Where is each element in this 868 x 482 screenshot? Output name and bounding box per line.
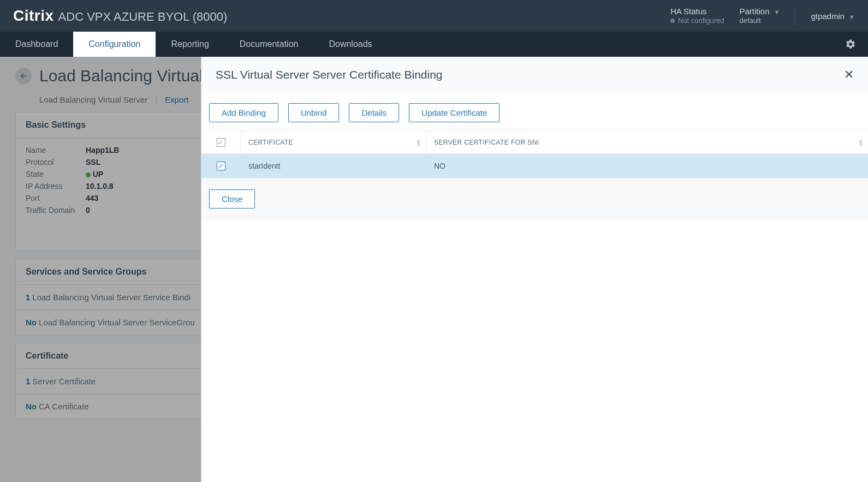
cell-sni: NO (426, 154, 868, 178)
certificate-table: ✓ CERTIFICATE ▲▼ SERVER CERTIFICATE FOR … (201, 131, 868, 178)
chevron-down-icon: ▼ (774, 9, 780, 16)
partition-selector[interactable]: Partition default ▼ (739, 7, 780, 25)
field-value: Happ1LB (86, 146, 119, 154)
field-value: 0 (86, 206, 90, 215)
gear-icon[interactable] (833, 32, 868, 57)
link-text: Load Balancing Virtual Server ServiceGro… (39, 318, 195, 327)
count: 1 (26, 293, 30, 302)
slideover-toolbar: Add Binding Unbind Details Update Certif… (201, 93, 868, 131)
table-row[interactable]: ✓ starIdentt NO (201, 154, 868, 178)
field-label: IP Address (26, 182, 86, 191)
sort-icon: ▲▼ (416, 139, 421, 146)
field-label: Name (26, 146, 86, 154)
row-checkbox[interactable]: ✓ (217, 162, 225, 170)
row-checkbox-cell: ✓ (201, 154, 241, 178)
select-all-checkbox[interactable]: ✓ (217, 138, 225, 147)
export-link[interactable]: Export (165, 95, 188, 104)
column-label: CERTIFICATE (248, 139, 293, 146)
field-label: Protocol (26, 158, 86, 166)
page-title: Load Balancing Virtual (39, 67, 203, 85)
field-label: Traffic Domain (26, 206, 86, 215)
tab-configuration[interactable]: Configuration (73, 32, 156, 57)
partition-label: Partition (739, 7, 769, 16)
user-name: gtpadmin (811, 11, 845, 21)
top-header: Citrix ADC VPX AZURE BYOL (8000) HA Stat… (0, 0, 868, 32)
details-button[interactable]: Details (349, 103, 399, 122)
slideover-title: SSL Virtual Server Server Certificate Bi… (216, 68, 443, 81)
table-header: ✓ CERTIFICATE ▲▼ SERVER CERTIFICATE FOR … (201, 131, 868, 154)
tab-reporting[interactable]: Reporting (156, 32, 224, 57)
field-value: UP (86, 170, 103, 178)
separator: | (155, 95, 157, 104)
state-text: UP (93, 170, 103, 178)
tab-documentation[interactable]: Documentation (224, 32, 314, 57)
header-right: HA Status Not configured Partition defau… (670, 6, 855, 26)
user-menu[interactable]: gtpadmin ▼ (811, 11, 855, 21)
chevron-down-icon: ▼ (849, 14, 855, 20)
close-button[interactable]: Close (209, 189, 255, 209)
column-certificate[interactable]: CERTIFICATE ▲▼ (241, 132, 426, 153)
field-value: 10.1.0.8 (86, 182, 114, 191)
brand-suffix: ADC VPX AZURE BYOL (8000) (58, 10, 228, 24)
field-label: Port (26, 194, 86, 203)
update-certificate-button[interactable]: Update Certificate (409, 103, 500, 122)
partition-value: default (739, 16, 769, 25)
back-button[interactable] (15, 68, 32, 84)
count: No (26, 318, 37, 327)
slideover-header: SSL Virtual Server Server Certificate Bi… (201, 57, 868, 93)
nav-tabs: Dashboard Configuration Reporting Docume… (0, 32, 868, 57)
ha-status-label: HA Status (670, 7, 724, 16)
status-dot-icon (670, 19, 675, 23)
link-text: Server Certificate (32, 377, 96, 386)
tab-downloads[interactable]: Downloads (313, 32, 387, 57)
count: No (26, 402, 37, 411)
tab-dashboard[interactable]: Dashboard (0, 32, 73, 57)
close-icon[interactable]: ✕ (844, 68, 854, 82)
ha-status-text: Not configured (678, 16, 724, 25)
field-value: 443 (86, 194, 98, 203)
brand-name: Citrix (13, 7, 54, 25)
ha-status: HA Status Not configured (670, 7, 724, 25)
column-label: SERVER CERTIFICATE FOR SNI (434, 139, 539, 146)
sort-icon: ▲▼ (858, 139, 864, 146)
divider (795, 6, 795, 26)
link-text: CA Certificate (39, 402, 89, 411)
field-label: State (26, 170, 86, 178)
breadcrumb-item: Load Balancing Virtual Server (39, 95, 147, 104)
add-binding-button[interactable]: Add Binding (209, 103, 278, 122)
ha-status-value: Not configured (670, 16, 724, 25)
link-text: Load Balancing Virtual Server Service Bi… (32, 293, 191, 302)
column-sni[interactable]: SERVER CERTIFICATE FOR SNI ▲▼ (426, 132, 868, 153)
cell-certificate: starIdentt (241, 154, 426, 178)
status-dot-icon (86, 172, 91, 177)
cert-binding-slideover: SSL Virtual Server Server Certificate Bi… (201, 57, 868, 482)
field-value: SSL (86, 158, 100, 166)
unbind-button[interactable]: Unbind (288, 103, 340, 122)
brand: Citrix ADC VPX AZURE BYOL (8000) (13, 7, 227, 25)
select-all-header: ✓ (201, 132, 241, 153)
slideover-footer: Close (201, 178, 868, 219)
count: 1 (26, 377, 30, 386)
